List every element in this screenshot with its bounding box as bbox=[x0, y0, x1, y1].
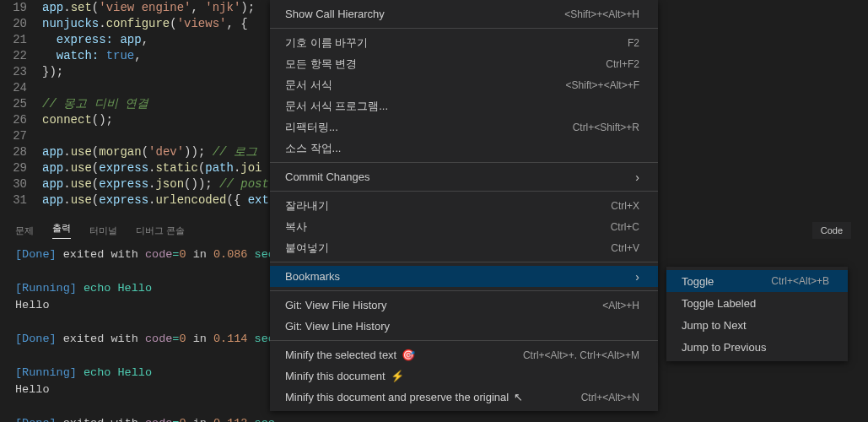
menu-item[interactable]: 모든 항목 변경Ctrl+F2 bbox=[270, 53, 658, 74]
chevron-right-icon: › bbox=[635, 170, 639, 184]
submenu-item[interactable]: Jump to Next bbox=[666, 314, 848, 336]
code-content[interactable]: app.set('view engine', 'njk'); bbox=[42, 0, 255, 16]
line-number: 28 bbox=[0, 144, 42, 160]
menu-item-shortcut: Ctrl+V bbox=[611, 242, 639, 254]
menu-item-shortcut: F2 bbox=[628, 37, 639, 49]
menu-item-label: Git: View File History bbox=[285, 299, 386, 311]
menu-item-label: Minify this document ⚡ bbox=[285, 370, 404, 382]
menu-item[interactable]: Git: View File History<Alt>+H bbox=[270, 295, 658, 316]
submenu-item-shortcut: Ctrl+<Alt>+B bbox=[771, 275, 829, 287]
menu-item-shortcut: <Shift>+<Alt>+H bbox=[564, 8, 639, 20]
submenu-item[interactable]: ToggleCtrl+<Alt>+B bbox=[666, 270, 848, 292]
line-number: 19 bbox=[0, 0, 42, 16]
menu-item-shortcut: Ctrl+F2 bbox=[606, 58, 639, 70]
menu-item-label: 문서 서식 bbox=[285, 78, 332, 93]
code-content[interactable]: nunjucks.configure('views', { bbox=[42, 16, 248, 32]
code-content[interactable]: }); bbox=[42, 64, 63, 80]
menu-item[interactable]: 붙여넣기Ctrl+V bbox=[270, 237, 658, 258]
menu-item-label: 붙여넣기 bbox=[285, 241, 329, 256]
menu-item-label: Commit Changes bbox=[285, 170, 369, 183]
panel-tab[interactable]: 터미널 bbox=[89, 225, 117, 237]
code-content[interactable]: app.use(morgan('dev')); // 로그 bbox=[42, 144, 257, 160]
menu-item-shortcut: Ctrl+<Alt>+N bbox=[581, 392, 639, 403]
menu-item-icon: ↖ bbox=[514, 391, 523, 403]
line-number: 25 bbox=[0, 96, 42, 112]
menu-item-label: Git: View Line History bbox=[285, 320, 390, 333]
menu-item[interactable]: 리팩터링...Ctrl+<Shift>+R bbox=[270, 116, 658, 138]
output-line: [Done] exited with code=0 in 0.112 sec bbox=[15, 415, 853, 422]
code-content[interactable]: app.use(express.static(path.joi bbox=[42, 160, 262, 176]
line-number: 24 bbox=[0, 80, 42, 96]
menu-item[interactable]: 문서 서식 프로그램... bbox=[270, 95, 658, 116]
output-filter[interactable]: Code bbox=[812, 222, 851, 239]
menu-item-label: 복사 bbox=[285, 219, 307, 235]
menu-item-label: 소스 작업... bbox=[285, 141, 341, 156]
menu-item[interactable]: Minify this document and preserve the or… bbox=[270, 387, 658, 408]
bookmarks-submenu: ToggleCtrl+<Alt>+BToggle LabeledJump to … bbox=[666, 267, 848, 361]
menu-item[interactable]: Minify this document ⚡ bbox=[270, 365, 658, 387]
menu-item-label: 문서 서식 프로그램... bbox=[285, 99, 388, 114]
menu-item[interactable]: 복사Ctrl+C bbox=[270, 216, 658, 237]
menu-item[interactable]: 소스 작업... bbox=[270, 138, 658, 159]
menu-separator bbox=[270, 191, 658, 192]
menu-item[interactable]: Bookmarks› bbox=[270, 266, 658, 287]
menu-item-label: 잘라내기 bbox=[285, 198, 329, 214]
menu-item-label: 기호 이름 바꾸기 bbox=[285, 35, 368, 51]
panel-tab[interactable]: 디버그 콘솔 bbox=[136, 225, 185, 237]
menu-item[interactable]: Show Call Hierarchy<Shift>+<Alt>+H bbox=[270, 3, 658, 24]
submenu-item[interactable]: Toggle Labeled bbox=[666, 292, 848, 314]
menu-item[interactable]: Git: View Line History bbox=[270, 316, 658, 337]
menu-separator bbox=[270, 262, 658, 262]
submenu-item-label: Jump to Next bbox=[682, 319, 747, 332]
chevron-right-icon: › bbox=[635, 270, 639, 284]
menu-item[interactable]: 잘라내기Ctrl+X bbox=[270, 195, 658, 216]
menu-item-shortcut: <Alt>+H bbox=[602, 300, 639, 311]
menu-item-label: 리팩터링... bbox=[285, 120, 338, 135]
menu-item-shortcut: Ctrl+X bbox=[611, 200, 639, 212]
line-number: 20 bbox=[0, 16, 42, 32]
panel-tab[interactable]: 출력 bbox=[52, 222, 71, 239]
line-number: 31 bbox=[0, 192, 42, 208]
line-number: 27 bbox=[0, 128, 42, 144]
submenu-item-label: Toggle bbox=[682, 275, 714, 288]
menu-item-label: Show Call Hierarchy bbox=[285, 8, 385, 20]
panel-tab[interactable]: 문제 bbox=[15, 225, 34, 237]
menu-item[interactable]: 기호 이름 바꾸기F2 bbox=[270, 32, 658, 53]
menu-item-icon: 🎯 bbox=[402, 349, 415, 361]
code-content[interactable]: watch: true, bbox=[42, 48, 142, 64]
menu-item-shortcut: <Shift>+<Alt>+F bbox=[566, 79, 639, 91]
code-content[interactable]: app.use(express.json()); // post bbox=[42, 176, 269, 192]
submenu-item-label: Toggle Labeled bbox=[682, 297, 756, 310]
menu-item[interactable]: 문서 서식<Shift>+<Alt>+F bbox=[270, 74, 658, 95]
submenu-item[interactable]: Jump to Previous bbox=[666, 336, 848, 358]
menu-item[interactable]: Commit Changes› bbox=[270, 166, 658, 187]
line-number: 21 bbox=[0, 32, 42, 48]
menu-item-label: Minify this document and preserve the or… bbox=[285, 391, 523, 403]
menu-item-label: 모든 항목 변경 bbox=[285, 57, 357, 72]
line-number: 30 bbox=[0, 176, 42, 192]
menu-item-label: Bookmarks bbox=[285, 270, 340, 283]
code-content[interactable]: express: app, bbox=[42, 32, 148, 48]
line-number: 26 bbox=[0, 112, 42, 128]
menu-item-shortcut: Ctrl+<Alt>+. Ctrl+<Alt>+M bbox=[523, 349, 639, 361]
menu-separator bbox=[270, 162, 658, 163]
code-content[interactable]: app.use(express.urlencoded({ ext bbox=[42, 192, 269, 208]
submenu-item-label: Jump to Previous bbox=[682, 341, 766, 354]
menu-separator bbox=[270, 290, 658, 291]
menu-item-shortcut: Ctrl+<Shift>+R bbox=[573, 122, 639, 133]
menu-item-shortcut: Ctrl+C bbox=[611, 221, 639, 233]
code-content[interactable]: // 몽고 디비 연결 bbox=[42, 96, 148, 112]
menu-separator bbox=[270, 340, 658, 341]
line-number: 22 bbox=[0, 48, 42, 64]
menu-item-label: Minify the selected text 🎯 bbox=[285, 349, 415, 361]
line-number: 29 bbox=[0, 160, 42, 176]
menu-item-icon: ⚡ bbox=[391, 370, 404, 382]
code-content[interactable]: connect(); bbox=[42, 112, 113, 128]
menu-item[interactable]: Minify the selected text 🎯Ctrl+<Alt>+. C… bbox=[270, 344, 658, 365]
line-number: 23 bbox=[0, 64, 42, 80]
menu-separator bbox=[270, 28, 658, 29]
context-menu: Show Call Hierarchy<Shift>+<Alt>+H기호 이름 … bbox=[270, 0, 658, 411]
